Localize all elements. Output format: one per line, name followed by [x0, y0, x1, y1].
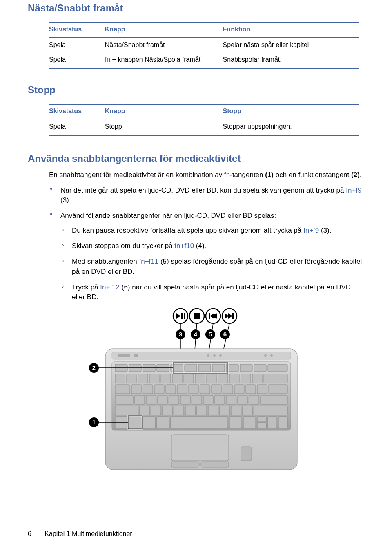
svg-rect-103: [157, 417, 169, 428]
svg-rect-71: [234, 385, 244, 394]
b1-b: (3).: [60, 196, 71, 204]
list-item: Använd följande snabbtangenter när en lj…: [49, 211, 364, 302]
s2-a: Skivan stoppas om du trycker på: [72, 242, 174, 250]
svg-rect-43: [254, 364, 266, 372]
svg-rect-98: [243, 406, 252, 415]
svg-rect-104: [171, 417, 228, 428]
svg-rect-69: [212, 385, 221, 394]
svg-rect-39: [198, 364, 211, 372]
intro-c: och en funktionstangent: [274, 171, 351, 179]
table-row: Spela Stopp Stoppar uppspelningen.: [49, 119, 359, 136]
cell-function: Snabbspolar framåt.: [223, 52, 359, 69]
svg-rect-68: [200, 385, 210, 394]
list-item: Du kan pausa respektive fortsätta att sp…: [60, 226, 364, 235]
intro-a: En snabbtangent för medieaktivitet är en…: [49, 171, 224, 179]
table-stop-wrapper: Skivstatus Knapp Stopp Spela Stopp Stopp…: [49, 104, 359, 136]
svg-rect-67: [189, 385, 198, 394]
intro-b: -tangenten: [230, 171, 265, 179]
svg-rect-108: [257, 423, 266, 428]
table-row: Spela fn + knappen Nästa/Spola framåt Sn…: [49, 52, 359, 69]
svg-point-28: [213, 354, 216, 357]
svg-rect-113: [172, 435, 229, 461]
hotkey-fn-f10: fn+f10: [174, 242, 194, 250]
cell-function: Spelar nästa spår eller kapitel.: [223, 38, 359, 53]
svg-rect-73: [257, 385, 267, 394]
svg-rect-109: [268, 417, 277, 428]
svg-rect-94: [197, 406, 207, 415]
s4-a: Tryck på: [72, 283, 100, 291]
svg-rect-52: [172, 374, 182, 383]
cell-status: Spela: [49, 38, 105, 53]
svg-rect-91: [163, 406, 172, 415]
callout-ref-2: (2): [351, 171, 360, 179]
svg-rect-58: [241, 374, 251, 383]
cell-status: Spela: [49, 52, 105, 69]
cell-status: Spela: [49, 119, 105, 136]
svg-rect-115: [201, 462, 229, 467]
svg-point-30: [264, 354, 267, 357]
cell-key: Stopp: [105, 119, 223, 136]
stop-icon: [194, 313, 200, 319]
svg-rect-92: [174, 406, 184, 415]
svg-rect-89: [140, 406, 149, 415]
svg-rect-53: [184, 374, 194, 383]
heading-hotkeys: Använda snabbtangenterna för medieaktivi…: [28, 153, 364, 164]
page-footer: 6 Kapitel 1 Multimediefunktioner: [28, 530, 132, 538]
svg-rect-90: [151, 406, 161, 415]
svg-rect-59: [252, 374, 262, 383]
th-key: Knapp: [105, 105, 223, 119]
svg-rect-78: [158, 395, 167, 404]
svg-rect-87: [261, 395, 287, 404]
callout-3: 3: [179, 331, 182, 338]
svg-rect-95: [208, 406, 218, 415]
svg-rect-65: [166, 385, 176, 394]
svg-rect-102: [143, 417, 155, 428]
th-function: Funktion: [223, 23, 359, 38]
svg-rect-48: [127, 374, 136, 383]
page-number: 6: [28, 530, 31, 538]
callout-6: 6: [223, 331, 227, 338]
svg-rect-64: [154, 385, 164, 394]
table-next: Skivstatus Knapp Funktion Spela Nästa/Sn…: [49, 22, 359, 69]
cell-key: fn + knappen Nästa/Spola framåt: [105, 52, 223, 69]
svg-rect-110: [278, 417, 287, 428]
svg-rect-106: [243, 417, 256, 428]
svg-rect-62: [131, 385, 141, 394]
callout-5: 5: [209, 331, 212, 338]
list-item: Tryck på fn+f12 (6) när du vill spela nä…: [60, 282, 364, 302]
svg-rect-72: [246, 385, 256, 394]
svg-rect-84: [226, 395, 236, 404]
svg-rect-105: [229, 417, 242, 428]
b2-a: Använd följande snabbtangenter när en lj…: [60, 212, 276, 220]
heading-next-fastforward: Nästa/Snabbt framåt: [28, 2, 364, 14]
svg-rect-57: [229, 374, 239, 383]
hotkey-fn-f11: fn+f11: [139, 258, 158, 265]
table-stop: Skivstatus Knapp Stopp Spela Stopp Stopp…: [49, 104, 359, 136]
sub-bullet-list: Du kan pausa respektive fortsätta att sp…: [60, 226, 364, 302]
svg-rect-24: [112, 352, 291, 359]
hotkey-fn-f9: fn+f9: [303, 226, 319, 234]
svg-rect-75: [115, 395, 133, 404]
svg-rect-54: [195, 374, 205, 383]
svg-rect-63: [143, 385, 153, 394]
svg-rect-101: [129, 417, 141, 428]
svg-rect-85: [238, 395, 247, 404]
svg-rect-79: [169, 395, 179, 404]
table-row: Spela Nästa/Snabbt framåt Spelar nästa s…: [49, 38, 359, 53]
svg-rect-82: [203, 395, 213, 404]
th-status: Skivstatus: [49, 23, 105, 38]
svg-rect-74: [269, 385, 287, 394]
th-stop: Stopp: [223, 105, 359, 119]
svg-rect-40: [212, 364, 225, 372]
callout-ref-1: (1): [265, 171, 274, 179]
laptop-svg: 3 4 5 6: [86, 308, 306, 471]
svg-rect-114: [172, 462, 199, 467]
s1-a: Du kan pausa respektive fortsätta att sp…: [72, 226, 303, 234]
svg-point-31: [270, 354, 273, 357]
s3-a: Med snabbtangenten: [72, 258, 139, 265]
bullet-list: När det inte går att spela en ljud-CD, D…: [49, 186, 364, 302]
svg-rect-14: [232, 313, 234, 319]
svg-rect-42: [240, 364, 252, 372]
keyboard-illustration: 3 4 5 6: [86, 308, 306, 471]
svg-rect-66: [177, 385, 187, 394]
